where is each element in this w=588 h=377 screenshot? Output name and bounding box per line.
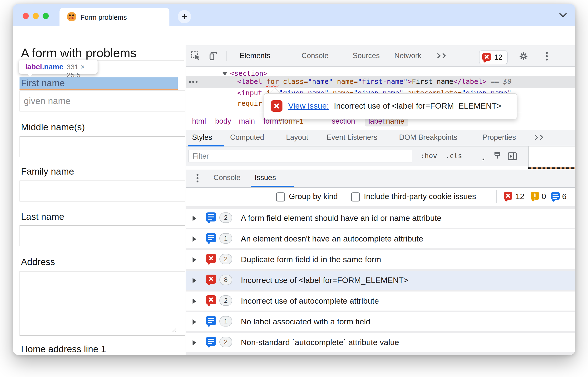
tab-event-listeners[interactable]: Event Listeners — [327, 133, 377, 142]
field-label: Family name — [21, 166, 74, 177]
devtools-tab-elements[interactable]: Elements — [240, 51, 270, 60]
error-bubble-icon — [504, 192, 512, 200]
expand-arrow-icon[interactable] — [192, 236, 196, 242]
issues-toolbar: Group by kind Include third-party cookie… — [186, 188, 575, 206]
family-name-input[interactable] — [20, 180, 185, 201]
traffic-close-button[interactable] — [23, 13, 29, 19]
expand-arrow-icon[interactable] — [192, 257, 196, 262]
styles-filter-input[interactable] — [189, 150, 412, 162]
active-tab-indicator — [251, 186, 294, 187]
styles-tabbar: Styles Computed Layout Event Listeners D… — [186, 130, 575, 146]
tab-dom-breakpoints[interactable]: DOM Breakpoints — [399, 133, 457, 142]
issue-row[interactable]: 1 No label associated with a form field — [186, 312, 575, 331]
inspect-element-icon[interactable] — [190, 50, 201, 61]
last-name-input[interactable] — [20, 225, 185, 246]
issue-title: A form field element should have an id o… — [241, 213, 441, 223]
middle-name-input[interactable] — [20, 136, 185, 157]
crumb-body[interactable]: body — [215, 117, 231, 126]
issue-row[interactable]: 2 Incorrect use of autocomplete attribut… — [186, 292, 575, 311]
field-label: Middle name(s) — [21, 122, 85, 132]
issue-count-badge: 8 — [219, 275, 232, 285]
traffic-zoom-button[interactable] — [43, 13, 49, 19]
textarea-resize-handle[interactable] — [171, 326, 176, 332]
crumb-html[interactable]: html — [192, 117, 206, 126]
issue-row[interactable]: 2 A form field element should have an id… — [186, 209, 575, 228]
devtools-close-icon[interactable] — [557, 52, 565, 60]
issue-row[interactable]: 2 Duplicate form field id in the same fo… — [186, 250, 575, 269]
page-heading: A form with problems — [21, 46, 136, 60]
issues-count-button[interactable]: 12 — [479, 50, 508, 64]
expand-arrow-icon[interactable] — [192, 299, 196, 304]
address-textarea[interactable] — [20, 271, 185, 336]
browser-toolbar: form-problems.glitch.me — [13, 26, 575, 45]
drawer-tab-console[interactable]: Console — [214, 173, 241, 182]
drawer-close-icon[interactable] — [569, 174, 575, 183]
tab-styles[interactable]: Styles — [192, 133, 212, 142]
dom-line-label-selected[interactable]: <label for class="name" name="first-name… — [186, 76, 575, 88]
expand-arrow-icon[interactable] — [192, 319, 196, 325]
tab-close-icon[interactable] — [159, 14, 165, 20]
computed-sidebar-toggle-icon[interactable] — [507, 151, 518, 162]
issue-row[interactable]: 2 Non-standard `autocomplete` attribute … — [186, 333, 575, 352]
drawer-resize-indicator[interactable] — [528, 167, 575, 169]
browser-tab[interactable]: Form problems — [59, 8, 170, 26]
tab-properties[interactable]: Properties — [482, 133, 516, 142]
window-content: A form with problems First name Middle n… — [13, 45, 575, 355]
tooltip-selector: label.name — [25, 63, 63, 71]
error-count: 12 — [515, 192, 524, 201]
rendering-paint-icon[interactable] — [492, 151, 503, 162]
message-bubble-icon — [206, 316, 216, 325]
issue-row[interactable]: 1 An element doesn't have an autocomplet… — [186, 229, 575, 248]
expand-arrow-icon[interactable] — [192, 340, 196, 345]
new-rule-dropdown-icon[interactable] — [482, 158, 484, 160]
drawer-menu-kebab-icon[interactable] — [197, 174, 198, 176]
issue-title: Non-standard `autocomplete` attribute va… — [241, 338, 399, 347]
styles-filter-bar: :hov .cls — [186, 146, 575, 166]
tab-computed[interactable]: Computed — [230, 133, 264, 142]
styles-sidebar-pane — [528, 146, 575, 169]
message-bubble-icon — [206, 337, 216, 346]
dom-code: requir — [237, 99, 262, 107]
hover-state-toggle[interactable]: :hov — [420, 152, 437, 160]
more-tabs-chevrons-icon[interactable] — [533, 136, 543, 140]
crumb-main[interactable]: main — [239, 117, 255, 126]
issue-tooltip-text: Incorrect use of <label for=FORM_ELEMENT… — [334, 101, 501, 110]
new-tab-button[interactable] — [178, 10, 191, 23]
message-bubble-icon — [551, 192, 560, 200]
devtools-tab-sources[interactable]: Sources — [353, 51, 380, 60]
device-toolbar-icon[interactable] — [208, 50, 219, 61]
tab-favicon-emoji-icon — [67, 12, 76, 21]
third-party-label[interactable]: Include third-party cookie issues — [364, 192, 476, 201]
traffic-minimize-button[interactable] — [33, 13, 39, 19]
message-bubble-icon — [206, 233, 216, 242]
third-party-checkbox[interactable] — [351, 192, 360, 201]
issue-title: An element doesn't have an autocomplete … — [241, 234, 423, 243]
expand-arrow-icon[interactable] — [192, 216, 196, 221]
issues-tab-close-icon[interactable] — [282, 179, 288, 185]
devtools-panel: Elements Console Sources Network 12 — [186, 45, 575, 355]
issue-row-selected[interactable]: 8 Incorrect use of <label for=FORM_ELEME… — [186, 271, 575, 290]
issue-title: Duplicate form field id in the same form — [241, 255, 381, 264]
warning-count: 0 — [542, 192, 546, 201]
devtools-tab-network[interactable]: Network — [394, 51, 421, 60]
more-tabs-chevrons-icon[interactable] — [436, 54, 445, 59]
devtools-tab-console[interactable]: Console — [302, 51, 329, 60]
class-toggle[interactable]: .cls — [445, 152, 462, 160]
tab-layout[interactable]: Layout — [286, 133, 308, 142]
view-issue-link[interactable]: View issue: — [288, 101, 329, 110]
expand-arrow-icon[interactable] — [192, 278, 196, 283]
issue-count-badge: 2 — [219, 212, 232, 223]
collapse-arrow-icon[interactable] — [223, 72, 227, 75]
devtools-menu-kebab-icon[interactable] — [546, 52, 548, 54]
tab-search-chevron-icon[interactable] — [559, 10, 566, 17]
settings-gear-icon[interactable] — [518, 51, 529, 61]
group-by-kind-checkbox[interactable] — [276, 192, 285, 201]
field-label: Address — [21, 257, 55, 267]
browser-window: Form problems — [13, 4, 575, 355]
field-label: First name — [21, 78, 65, 88]
group-by-kind-label[interactable]: Group by kind — [289, 192, 338, 201]
given-name-input[interactable] — [20, 91, 185, 111]
dom-row-menu-icon[interactable] — [189, 81, 191, 83]
web-page: A form with problems First name Middle n… — [13, 45, 185, 355]
drawer-tab-issues[interactable]: Issues — [255, 173, 276, 182]
